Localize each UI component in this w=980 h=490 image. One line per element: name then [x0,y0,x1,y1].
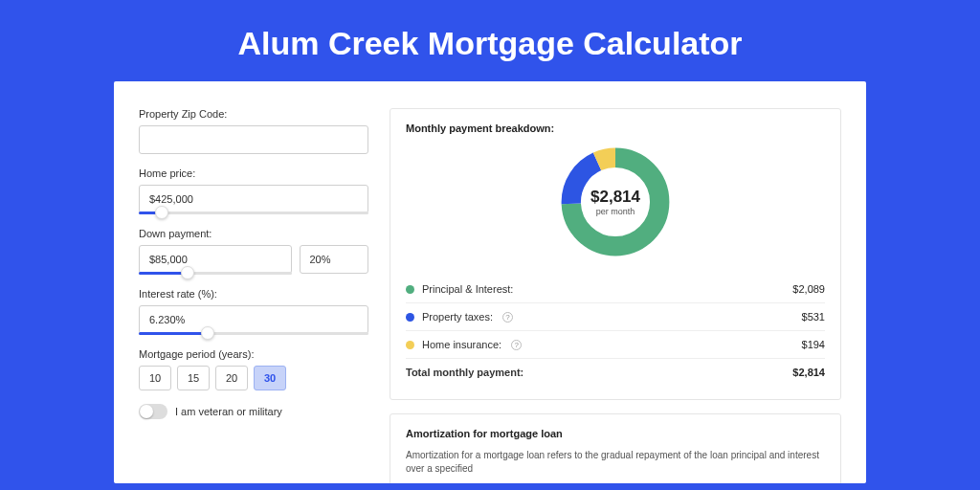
donut-amount: $2,814 [590,188,640,207]
veteran-label: I am veteran or military [175,406,282,417]
zip-field: Property Zip Code: [139,108,368,154]
total-row: Total monthly payment: $2,814 [406,358,825,386]
breakdown-value: $531 [802,311,825,323]
down-payment-field: Down payment: [139,228,368,275]
breakdown-panel: Monthly payment breakdown: $2,814 per mo… [390,108,841,400]
amortization-heading: Amortization for mortgage loan [406,428,825,439]
interest-input[interactable] [139,305,368,334]
form-column: Property Zip Code: Home price: Down paym… [139,108,368,483]
breakdown-value: $2,089 [792,283,825,295]
breakdown-label: Property taxes: [422,311,493,323]
donut-wrap: $2,814 per month [406,144,825,260]
home-price-input[interactable] [139,185,368,213]
veteran-row: I am veteran or military [139,404,368,419]
period-option-10[interactable]: 10 [139,366,171,390]
zip-input[interactable] [139,125,368,154]
zip-label: Property Zip Code: [139,108,368,120]
interest-field: Interest rate (%): [139,288,368,335]
page-title: Alum Creek Mortgage Calculator [0,0,980,81]
down-payment-label: Down payment: [139,228,368,239]
legend-dot [406,313,414,322]
slider-thumb[interactable] [155,206,168,219]
down-payment-input[interactable] [139,245,292,274]
amortization-text: Amortization for a mortgage loan refers … [406,449,825,476]
legend-dot [406,285,414,294]
breakdown-heading: Monthly payment breakdown: [406,122,825,134]
slider-thumb[interactable] [201,326,214,340]
breakdown-label: Home insurance: [422,339,501,350]
breakdown-column: Monthly payment breakdown: $2,814 per mo… [390,108,841,483]
legend-dot [406,341,414,349]
amortization-panel: Amortization for mortgage loan Amortizat… [390,413,841,483]
breakdown-value: $194 [802,339,825,350]
home-price-field: Home price: [139,167,368,214]
period-options: 10152030 [139,366,368,390]
calculator-card: Property Zip Code: Home price: Down paym… [114,81,866,483]
breakdown-row: Property taxes:?$531 [406,302,825,330]
slider-thumb[interactable] [181,266,194,279]
interest-slider[interactable] [139,332,368,335]
breakdown-row: Home insurance:?$194 [406,330,825,358]
veteran-toggle[interactable] [139,404,167,419]
total-value: $2,814 [792,367,825,378]
breakdown-label: Principal & Interest: [422,283,513,295]
period-option-15[interactable]: 15 [177,366,210,390]
period-field: Mortgage period (years): 10152030 [139,348,368,390]
home-price-slider[interactable] [139,212,368,214]
period-label: Mortgage period (years): [139,348,368,360]
down-payment-slider[interactable] [139,272,292,275]
info-icon[interactable]: ? [511,340,522,350]
total-label: Total monthly payment: [406,367,523,378]
breakdown-row: Principal & Interest:$2,089 [406,276,825,302]
home-price-label: Home price: [139,167,368,179]
down-payment-pct-input[interactable] [300,245,369,274]
period-option-30[interactable]: 30 [254,366,286,390]
info-icon[interactable]: ? [502,312,513,323]
period-option-20[interactable]: 20 [215,366,248,390]
donut-sub: per month [596,207,635,216]
interest-label: Interest rate (%): [139,288,368,300]
donut-chart: $2,814 per month [557,144,674,260]
